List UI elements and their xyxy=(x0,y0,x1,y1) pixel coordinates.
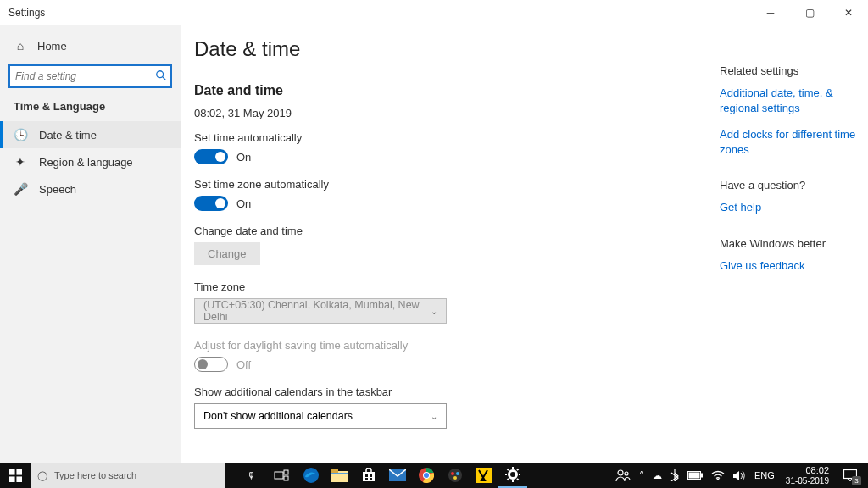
svg-point-9 xyxy=(303,468,319,483)
svg-rect-4 xyxy=(9,476,15,482)
svg-point-25 xyxy=(453,476,457,480)
svg-rect-39 xyxy=(689,473,699,478)
search-input[interactable] xyxy=(8,64,172,88)
svg-rect-13 xyxy=(363,472,375,481)
make-better-heading: Make Windows better xyxy=(720,237,860,250)
taskbar-app-explorer[interactable] xyxy=(326,463,354,488)
taskbar-search[interactable]: ◯ Type here to search xyxy=(31,463,225,488)
link-get-help[interactable]: Get help xyxy=(720,200,860,215)
date-time-heading: Date and time xyxy=(194,83,703,98)
related-settings-heading: Related settings xyxy=(720,64,860,77)
taskbar-app-settings[interactable] xyxy=(498,463,527,488)
dst-row: Off xyxy=(194,357,703,372)
task-view-button[interactable] xyxy=(266,463,297,488)
tray-people-icon[interactable] xyxy=(611,463,635,488)
change-dt-label: Change date and time xyxy=(194,225,703,237)
chevron-down-icon: ⌄ xyxy=(431,307,437,316)
svg-point-24 xyxy=(456,472,459,475)
svg-line-34 xyxy=(517,469,519,471)
svg-point-22 xyxy=(448,469,462,482)
svg-rect-2 xyxy=(9,469,15,475)
link-add-clocks[interactable]: Add clocks for different time zones xyxy=(720,127,860,157)
svg-rect-16 xyxy=(365,478,368,480)
tray-wifi-icon[interactable] xyxy=(707,463,729,488)
sidebar-search[interactable] xyxy=(8,64,172,88)
taskbar-app-edge[interactable] xyxy=(297,463,326,488)
svg-point-35 xyxy=(618,470,623,475)
tray-battery-icon[interactable] xyxy=(683,463,707,488)
taskbar-search-placeholder: Type here to search xyxy=(54,470,136,480)
set-tz-auto-row: On xyxy=(194,196,703,211)
start-button[interactable] xyxy=(0,463,31,488)
show-cal-value: Don't show additional calendars xyxy=(203,410,353,422)
svg-line-32 xyxy=(517,479,519,480)
svg-rect-6 xyxy=(275,472,283,479)
svg-line-31 xyxy=(508,469,509,471)
tray-chevron-up-icon[interactable]: ˄ xyxy=(635,463,648,488)
taskbar-app-chrome[interactable] xyxy=(412,463,441,488)
tray-time: 08:02 xyxy=(786,465,829,475)
svg-rect-11 xyxy=(331,469,338,473)
tray-bluetooth-icon[interactable] xyxy=(666,463,683,488)
svg-point-21 xyxy=(424,473,429,478)
timezone-label: Time zone xyxy=(194,280,703,293)
svg-rect-12 xyxy=(331,473,348,474)
set-time-auto-toggle[interactable] xyxy=(194,149,228,164)
home-label: Home xyxy=(37,40,67,53)
microphone-icon: 🎤 xyxy=(14,182,27,196)
link-give-feedback[interactable]: Give us feedback xyxy=(720,258,860,274)
sidebar-item-label: Region & language xyxy=(39,156,133,169)
action-center-button[interactable]: 3 xyxy=(836,463,865,488)
cortana-icon: ◯ xyxy=(37,470,47,481)
sidebar-category: Time & Language xyxy=(0,100,181,121)
home-button[interactable]: ⌂ Home xyxy=(0,30,181,61)
dst-toggle xyxy=(194,357,228,372)
svg-rect-14 xyxy=(365,474,368,477)
tray-date: 31-05-2019 xyxy=(786,476,829,485)
notification-badge: 3 xyxy=(852,476,861,485)
taskbar-app-mail[interactable] xyxy=(383,463,412,488)
content-pane: Date & time Date and time 08:02, 31 May … xyxy=(181,25,720,463)
right-pane: Related settings Additional date, time, … xyxy=(720,25,868,463)
svg-point-40 xyxy=(717,479,719,480)
svg-rect-7 xyxy=(284,470,288,474)
set-tz-auto-state: On xyxy=(236,197,251,210)
home-icon: ⌂ xyxy=(14,39,27,53)
tray-language[interactable]: ENG xyxy=(750,463,779,488)
dst-label: Adjust for daylight saving time automati… xyxy=(194,339,703,352)
sidebar: ⌂ Home Time & Language 🕒 Date & time ✦ R… xyxy=(0,25,181,463)
svg-rect-38 xyxy=(701,474,703,477)
sidebar-item-label: Speech xyxy=(39,183,76,196)
taskbar-app-misc1[interactable] xyxy=(441,463,470,488)
svg-point-23 xyxy=(451,472,454,475)
taskbar: ◯ Type here to search 🎙 xyxy=(0,463,868,488)
sidebar-item-date-time[interactable]: 🕒 Date & time xyxy=(0,121,181,148)
svg-rect-8 xyxy=(284,476,288,480)
sidebar-item-region-language[interactable]: ✦ Region & language xyxy=(0,148,181,175)
taskbar-app-store[interactable] xyxy=(354,463,383,488)
cortana-mic-icon[interactable]: 🎙 xyxy=(236,463,266,488)
main-area: Date & time Date and time 08:02, 31 May … xyxy=(181,25,868,463)
svg-rect-15 xyxy=(370,474,372,477)
tray-clock[interactable]: 08:02 31-05-2019 xyxy=(779,463,836,488)
show-cal-dropdown[interactable]: Don't show additional calendars ⌄ xyxy=(194,403,447,429)
timezone-value: (UTC+05:30) Chennai, Kolkata, Mumbai, Ne… xyxy=(203,299,431,323)
svg-line-1 xyxy=(163,77,166,80)
sidebar-item-speech[interactable]: 🎤 Speech xyxy=(0,175,181,202)
chevron-down-icon: ⌄ xyxy=(431,412,437,421)
close-button[interactable]: ✕ xyxy=(829,0,868,25)
set-time-auto-label: Set time automatically xyxy=(194,131,703,144)
maximize-button[interactable]: ▢ xyxy=(790,0,829,25)
timezone-dropdown: (UTC+05:30) Chennai, Kolkata, Mumbai, Ne… xyxy=(194,298,447,324)
set-tz-auto-toggle[interactable] xyxy=(194,196,228,211)
set-tz-auto-label: Set time zone automatically xyxy=(194,178,703,191)
taskbar-app-misc2[interactable] xyxy=(470,463,498,488)
tray-volume-icon[interactable] xyxy=(729,463,750,488)
svg-line-33 xyxy=(508,479,509,480)
svg-marker-41 xyxy=(733,471,739,480)
minimize-button[interactable]: ─ xyxy=(751,0,790,25)
dst-state: Off xyxy=(236,358,251,371)
link-regional-settings[interactable]: Additional date, time, & regional settin… xyxy=(720,86,860,115)
titlebar: Settings ─ ▢ ✕ xyxy=(0,0,868,25)
tray-onedrive-icon[interactable]: ☁ xyxy=(648,463,666,488)
